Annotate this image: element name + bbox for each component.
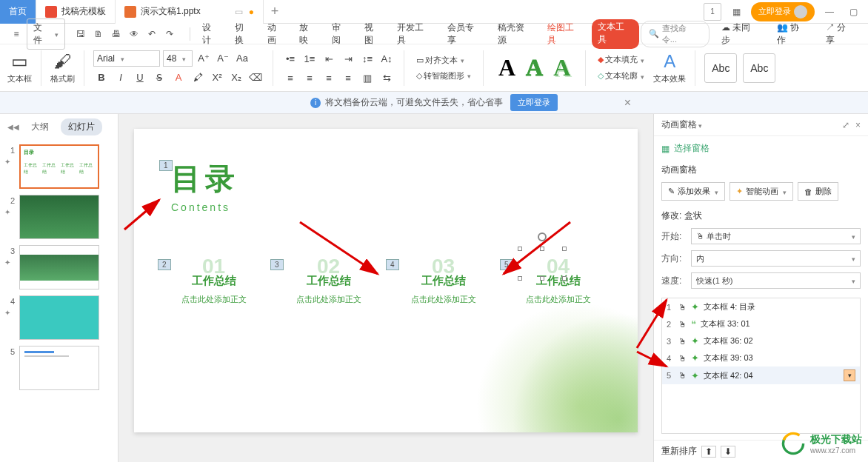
anim-list-item[interactable]: 3🖱✦文本框 36: 02: [662, 332, 860, 349]
text-direction-button[interactable]: A↕: [378, 51, 395, 67]
anim-list-item[interactable]: 4🖱✦文本框 39: 03: [662, 349, 860, 366]
slide-canvas[interactable]: 目录 Contents 01工作总结点击此处添加正文 02工作总结点击此处添加正…: [118, 114, 653, 462]
smart-anim-button[interactable]: ✦ 智能动画: [730, 182, 793, 201]
tab-add[interactable]: +: [264, 4, 286, 19]
outline-tab[interactable]: 大纲: [24, 118, 56, 135]
item-dropdown-icon[interactable]: ▾: [844, 369, 855, 381]
tab-design[interactable]: 设计: [196, 19, 226, 49]
text-fill-dropdown[interactable]: ◆ 文本填充: [595, 53, 647, 67]
thumbnail-1[interactable]: 目录工作总结工作总结工作总结工作总结: [19, 144, 99, 189]
new-icon[interactable]: 🗎: [92, 27, 105, 41]
anim-tag-3[interactable]: 3: [270, 259, 284, 270]
rotate-handle-icon[interactable]: [538, 232, 547, 241]
slides-tab[interactable]: 幻灯片: [61, 118, 102, 135]
content-item-2[interactable]: 02工作总结点击此处添加正文: [296, 255, 361, 305]
unsync-button[interactable]: ☁ 未同步: [715, 19, 765, 49]
selection-pane-link[interactable]: ▦选择窗格: [661, 142, 861, 155]
tab-view[interactable]: 视图: [358, 19, 388, 49]
clear-format-button[interactable]: ⌫: [247, 70, 264, 86]
content-item-3[interactable]: 03工作总结点击此处添加正文: [411, 255, 476, 305]
slide-title-box[interactable]: 目录 Contents: [171, 158, 239, 213]
columns-button[interactable]: ▥: [359, 70, 375, 87]
thumbnail-4[interactable]: [19, 295, 99, 340]
move-up-icon[interactable]: ⬆: [701, 446, 716, 458]
wordart-shadow[interactable]: A: [553, 54, 570, 81]
font-color-button[interactable]: A: [170, 70, 187, 86]
file-menu[interactable]: 文件: [27, 19, 65, 50]
save-icon[interactable]: 🖫: [74, 27, 87, 41]
align-left-button[interactable]: ≡: [282, 70, 298, 87]
text-effect-button[interactable]: A文本效果: [653, 51, 686, 84]
tab-resources[interactable]: 稿壳资源: [492, 19, 539, 49]
move-down-icon[interactable]: ⬇: [721, 446, 735, 458]
resize-handle[interactable]: [518, 247, 522, 251]
spacing-button[interactable]: ⇆: [378, 70, 395, 87]
maximize-icon[interactable]: ▢: [844, 3, 862, 21]
tab-member[interactable]: 会员专享: [441, 19, 489, 49]
text-outline-dropdown[interactable]: ◇ 文本轮廓: [595, 69, 647, 83]
wordart-styles[interactable]: A A A: [493, 54, 576, 81]
change-case-icon[interactable]: Aa: [234, 50, 250, 67]
subscript-button[interactable]: X₂: [228, 70, 244, 86]
thumbnail-5[interactable]: [19, 346, 99, 390]
thumbnail-2[interactable]: [19, 195, 99, 239]
increase-font-icon[interactable]: A⁺: [196, 50, 212, 67]
notice-close-icon[interactable]: ×: [624, 96, 631, 110]
resize-handle[interactable]: [562, 276, 567, 281]
superscript-button[interactable]: X²: [209, 70, 225, 86]
resize-handle[interactable]: [518, 276, 522, 281]
direction-select[interactable]: 内: [691, 250, 861, 267]
tab-text-tools[interactable]: 文本工具: [592, 19, 639, 49]
thumbnail-3[interactable]: [19, 245, 99, 289]
minimize-icon[interactable]: —: [821, 3, 838, 21]
bold-button[interactable]: B: [93, 70, 110, 86]
anim-list-item[interactable]: 2🖱❝文本框 33: 01: [662, 315, 860, 332]
share-button[interactable]: ↗ 分享: [820, 19, 861, 49]
apps-icon[interactable]: ▦: [727, 3, 745, 21]
increase-indent-button[interactable]: ⇥: [340, 51, 356, 67]
align-center-button[interactable]: ≡: [301, 70, 318, 87]
highlight-button[interactable]: 🖍: [190, 70, 206, 86]
tab-review[interactable]: 审阅: [326, 19, 355, 49]
align-justify-button[interactable]: ≡: [340, 70, 356, 87]
content-item-4[interactable]: 04工作总结点击此处添加正文: [526, 255, 591, 305]
align-right-button[interactable]: ≡: [321, 70, 337, 87]
anim-tag-5[interactable]: 5: [500, 259, 513, 270]
anim-tag-2[interactable]: 2: [158, 259, 171, 270]
content-item-1[interactable]: 01工作总结点击此处添加正文: [181, 255, 247, 305]
textbox-button[interactable]: ▭文本框: [7, 51, 32, 84]
notice-login-button[interactable]: 立即登录: [510, 94, 558, 111]
preview-icon[interactable]: 👁: [127, 27, 141, 41]
command-search[interactable]: 🔍 查找命令...: [641, 21, 710, 47]
tab-animation[interactable]: 动画: [261, 19, 291, 49]
font-family-select[interactable]: Arial: [93, 50, 160, 67]
undo-icon[interactable]: ↶: [145, 27, 158, 41]
anim-tag-1[interactable]: 1: [159, 160, 173, 171]
tab-drawing-tools[interactable]: 绘图工具: [541, 19, 589, 49]
add-effect-button[interactable]: ✎ 添加效果: [661, 182, 725, 201]
wordart-outline[interactable]: A: [526, 54, 543, 81]
wordart-fill[interactable]: A: [498, 54, 515, 81]
selection-handles[interactable]: [520, 249, 564, 278]
badge-icon[interactable]: 1: [704, 3, 721, 21]
anim-tag-4[interactable]: 4: [386, 259, 399, 270]
format-painter-button[interactable]: 🖌格式刷: [50, 51, 75, 84]
style-preset-2[interactable]: Abc: [743, 53, 775, 83]
strike-button[interactable]: S̶: [151, 70, 167, 86]
start-select[interactable]: 🖱 单击时: [691, 228, 861, 244]
style-preset-1[interactable]: Abc: [704, 53, 737, 83]
italic-button[interactable]: I: [113, 70, 129, 86]
decrease-indent-button[interactable]: ⇤: [321, 51, 337, 67]
decrease-font-icon[interactable]: A⁻: [215, 50, 231, 67]
tab-slideshow[interactable]: 放映: [293, 19, 323, 49]
pin-icon[interactable]: ⤢: [842, 120, 849, 130]
resize-handle[interactable]: [540, 247, 544, 251]
bullets-button[interactable]: •≡: [282, 51, 298, 67]
close-pane-icon[interactable]: ×: [855, 120, 861, 130]
anim-list-item[interactable]: 1🖱✦文本框 4: 目录: [662, 298, 860, 315]
print-icon[interactable]: 🖶: [110, 27, 123, 41]
window-icon[interactable]: ▭: [235, 7, 243, 17]
anim-list-item[interactable]: 5🖱✦文本框 42: 04▾: [662, 366, 860, 384]
tab-developer[interactable]: 开发工具: [391, 19, 438, 49]
delete-anim-button[interactable]: 🗑 删除: [798, 182, 838, 201]
